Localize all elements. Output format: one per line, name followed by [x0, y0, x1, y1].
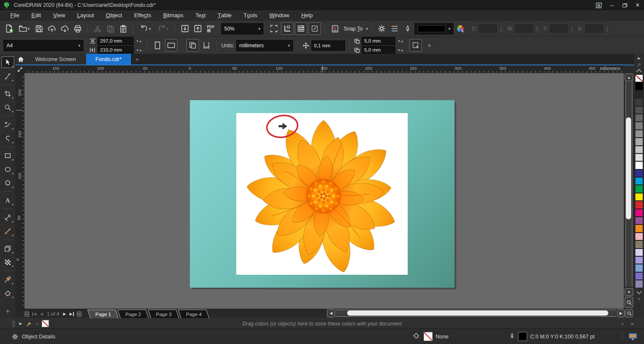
- new-document-button[interactable]: [3, 23, 15, 34]
- page-tab-2[interactable]: Page 2: [118, 310, 150, 319]
- tab-fondo-cdr[interactable]: Fondo.cdr*: [86, 54, 131, 64]
- publish-to-pdf-button[interactable]: PDF: [205, 23, 217, 34]
- show-grid-toggle[interactable]: [295, 22, 307, 35]
- vertical-scrollbar-thumb[interactable]: [626, 117, 631, 219]
- snap-to-label[interactable]: Snap To: [344, 26, 363, 32]
- menu-file[interactable]: File: [4, 10, 25, 20]
- page-tab-1[interactable]: Page 1: [87, 310, 119, 319]
- tool-interactive-fill[interactable]: [2, 288, 14, 298]
- show-guidelines-toggle[interactable]: [308, 22, 321, 35]
- document-navigator-button[interactable]: [625, 297, 633, 308]
- swatch-70-black[interactable]: [635, 106, 643, 114]
- show-rulers-toggle[interactable]: [281, 22, 293, 35]
- last-page-button[interactable]: ▶: [68, 310, 76, 318]
- menu-view[interactable]: View: [47, 10, 71, 20]
- scroll-right-button[interactable]: ▶: [617, 309, 625, 317]
- page-height-spin-down[interactable]: ▾: [137, 48, 138, 52]
- options-button[interactable]: [376, 23, 388, 34]
- swatch-pink[interactable]: [635, 233, 643, 240]
- tool-rectangle[interactable]: [2, 150, 14, 161]
- palette-scroll-down-button[interactable]: [636, 289, 642, 295]
- scroll-up-button[interactable]: ▲: [625, 74, 633, 81]
- menu-table[interactable]: Table: [212, 10, 238, 20]
- canvas-viewport[interactable]: [24, 73, 624, 309]
- open-dropdown-arrow[interactable]: ▾: [28, 27, 30, 31]
- page-tab-4[interactable]: Page 4: [178, 310, 210, 319]
- menu-tools[interactable]: Tools: [238, 10, 263, 20]
- scroll-down-button[interactable]: ▼: [625, 288, 633, 296]
- swatch-80-black[interactable]: [635, 98, 643, 106]
- preview-mode-button[interactable]: [329, 23, 341, 34]
- page-height-spin-up[interactable]: ▴: [140, 48, 141, 52]
- treat-as-filled-toggle[interactable]: [409, 39, 422, 52]
- portrait-button[interactable]: [152, 40, 163, 51]
- minimize-button[interactable]: –: [605, 0, 618, 10]
- tool-drop-shadow[interactable]: [2, 243, 14, 254]
- tool-parallel-dimension[interactable]: [2, 212, 14, 223]
- new-document-tab-button[interactable]: +: [131, 54, 143, 64]
- save-button[interactable]: [33, 23, 45, 34]
- palette-scroll-up-button[interactable]: [636, 69, 642, 74]
- horizontal-scrollbar-thumb[interactable]: [347, 310, 608, 316]
- full-screen-preview-button[interactable]: [268, 23, 280, 34]
- swatch-black[interactable]: [635, 82, 643, 90]
- close-button[interactable]: ×: [631, 0, 644, 10]
- zoom-level-combo[interactable]: 50% ▾: [221, 23, 263, 34]
- swatch-white[interactable]: [635, 161, 643, 169]
- tool-color-eyedropper[interactable]: [2, 274, 14, 285]
- swatch-90-black[interactable]: [635, 90, 643, 98]
- swatch-50-black[interactable]: [635, 122, 643, 129]
- duplicate-x-field[interactable]: 5,0 mm: [362, 37, 395, 45]
- add-page-before-button[interactable]: [23, 310, 31, 318]
- open-button[interactable]: ▾: [16, 23, 32, 34]
- tool-text[interactable]: A: [2, 195, 14, 206]
- swatch-magenta[interactable]: [635, 209, 643, 217]
- swatch-purple[interactable]: [635, 272, 643, 280]
- next-page-button[interactable]: ▶: [61, 310, 68, 318]
- document-palette-expand[interactable]: »: [631, 321, 634, 327]
- tool-polygon[interactable]: [2, 178, 14, 188]
- palette-flyout-button[interactable]: ▶: [638, 56, 640, 60]
- page-tab-3[interactable]: Page 3: [148, 310, 180, 319]
- menu-bitmaps[interactable]: Bitmaps: [157, 10, 189, 20]
- page-width-spin-down[interactable]: ▾: [137, 39, 138, 43]
- outline-color-picker[interactable]: ▾: [415, 23, 453, 34]
- color-wheel-button[interactable]: [455, 23, 466, 34]
- tool-ellipse[interactable]: [2, 164, 14, 175]
- swatch-40-black[interactable]: [635, 130, 643, 138]
- navigator-zoom-button[interactable]: [625, 309, 633, 317]
- page-width-field[interactable]: 297,0 mm: [98, 37, 134, 45]
- ruler-origin-button[interactable]: [15, 65, 25, 73]
- page-height-field[interactable]: 210,0 mm: [98, 46, 134, 54]
- display-settings-button[interactable]: [628, 332, 638, 341]
- menu-text[interactable]: Text: [189, 10, 212, 20]
- swatch-20-black[interactable]: [635, 146, 643, 154]
- swatch-light-lavender[interactable]: [635, 249, 643, 256]
- cloud-upload-button[interactable]: [46, 23, 58, 34]
- swatch-green[interactable]: [635, 185, 643, 193]
- swatch-cyan[interactable]: [635, 177, 643, 185]
- swatch-red[interactable]: [635, 201, 643, 209]
- customize-launcher-button[interactable]: [389, 23, 400, 34]
- undo-dropdown-arrow[interactable]: ▾: [149, 27, 151, 31]
- tool-more-tools[interactable]: +: [2, 306, 14, 316]
- tool-crop[interactable]: [2, 88, 14, 99]
- swatch-light-blue[interactable]: [635, 264, 643, 272]
- duplicate-y-field[interactable]: 5,0 mm: [362, 46, 395, 54]
- cloud-download-button[interactable]: [59, 23, 70, 34]
- swatch-60-black[interactable]: [635, 114, 643, 122]
- tool-transparency[interactable]: [2, 257, 14, 267]
- tool-connector[interactable]: [2, 226, 14, 236]
- first-page-button[interactable]: ◀: [31, 310, 38, 318]
- menu-object[interactable]: Object: [100, 10, 128, 20]
- menu-help[interactable]: Help: [295, 10, 319, 20]
- fill-status-group[interactable]: None: [412, 332, 449, 341]
- tool-freehand[interactable]: [2, 119, 14, 130]
- tool-pick[interactable]: [1, 56, 14, 68]
- account-button[interactable]: [592, 0, 605, 10]
- restore-button[interactable]: [618, 0, 631, 10]
- current-page-button[interactable]: [201, 40, 212, 51]
- swatch-lavender[interactable]: [635, 256, 643, 264]
- menu-layout[interactable]: Layout: [71, 10, 100, 20]
- units-combo[interactable]: millimeters ▾: [236, 40, 293, 51]
